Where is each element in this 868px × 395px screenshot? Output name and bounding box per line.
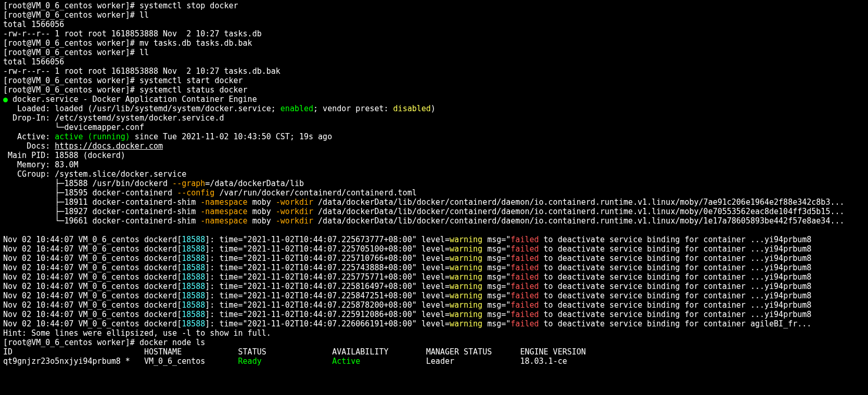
terminal-line: Nov 02 10:44:07 VM_0_6_centos dockerd[18… bbox=[3, 254, 865, 263]
failed-text: failed bbox=[510, 291, 539, 300]
terminal-line: [root@VM_0_6_centos worker]# systemctl s… bbox=[3, 76, 865, 85]
command-text: systemctl status docker bbox=[139, 85, 248, 95]
terminal-line: Nov 02 10:44:07 VM_0_6_centos dockerd[18… bbox=[3, 272, 865, 282]
level-text: warning bbox=[450, 254, 482, 263]
terminal-line: Nov 02 10:44:07 VM_0_6_centos dockerd[18… bbox=[3, 235, 865, 244]
terminal-line: Nov 02 10:44:07 VM_0_6_centos dockerd[18… bbox=[3, 291, 865, 300]
command-text: ll bbox=[139, 48, 149, 57]
level-text: warning bbox=[450, 300, 482, 310]
level-text: warning bbox=[450, 319, 482, 328]
pid-text: 18588 bbox=[182, 310, 205, 319]
terminal-line: Nov 02 10:44:07 VM_0_6_centos dockerd[18… bbox=[3, 300, 865, 310]
failed-text: failed bbox=[510, 263, 539, 272]
level-text: warning bbox=[450, 291, 482, 300]
command-text: mv tasks.db tasks.db.bak bbox=[139, 38, 252, 48]
level-text: warning bbox=[450, 244, 482, 254]
terminal-line: ├─18927 docker-containerd-shim -namespac… bbox=[3, 207, 865, 216]
terminal-line: Nov 02 10:44:07 VM_0_6_centos dockerd[18… bbox=[3, 310, 865, 319]
blank-line bbox=[3, 226, 865, 235]
flag-text: -workdir bbox=[276, 216, 313, 226]
terminal-line: Nov 02 10:44:07 VM_0_6_centos dockerd[18… bbox=[3, 244, 865, 254]
terminal-line: [root@VM_0_6_centos worker]# ll bbox=[3, 10, 865, 20]
terminal-line: Main PID: 18588 (dockerd) bbox=[3, 151, 865, 160]
terminal-line: Hint: Some lines were ellipsized, use -l… bbox=[3, 328, 865, 338]
pid-text: 18588 bbox=[182, 291, 205, 300]
status-dot-icon: ● bbox=[3, 95, 8, 104]
failed-text: failed bbox=[510, 310, 539, 319]
terminal-line: -rw-r--r-- 1 root root 1618853888 Nov 2 … bbox=[3, 29, 865, 38]
failed-text: failed bbox=[510, 282, 539, 291]
terminal-line: Nov 02 10:44:07 VM_0_6_centos dockerd[18… bbox=[3, 319, 865, 328]
command-text: docker node ls bbox=[139, 338, 205, 347]
failed-text: failed bbox=[510, 300, 539, 310]
terminal-line: [root@VM_0_6_centos worker]# systemctl s… bbox=[3, 1, 865, 10]
terminal-line: Active: active (running) since Tue 2021-… bbox=[3, 132, 865, 141]
terminal-line: └─19661 docker-containerd-shim -namespac… bbox=[3, 216, 865, 226]
terminal-line: total 1566056 bbox=[3, 57, 865, 67]
terminal-line: total 1566056 bbox=[3, 20, 865, 29]
command-text: systemctl start docker bbox=[139, 76, 243, 85]
active-text: active (running) bbox=[55, 132, 130, 141]
level-text: warning bbox=[450, 282, 482, 291]
terminal-line: ID HOSTNAME STATUS AVAILABILITY MANAGER … bbox=[3, 347, 865, 357]
pid-text: 18588 bbox=[182, 244, 205, 254]
level-text: warning bbox=[450, 310, 482, 319]
terminal-line: ├─18911 docker-containerd-shim -namespac… bbox=[3, 198, 865, 207]
failed-text: failed bbox=[510, 272, 539, 282]
terminal-line: ● docker.service - Docker Application Co… bbox=[3, 95, 865, 104]
pid-text: 18588 bbox=[182, 282, 205, 291]
terminal-line: ├─18588 /usr/bin/dockerd --graph=/data/d… bbox=[3, 179, 865, 188]
flag-text: -namespace bbox=[200, 207, 247, 216]
failed-text: failed bbox=[510, 319, 539, 328]
terminal-line: -rw-r--r-- 1 root root 1618853888 Nov 2 … bbox=[3, 67, 865, 76]
terminal-line: Loaded: loaded (/usr/lib/systemd/system/… bbox=[3, 104, 865, 113]
terminal-line: [root@VM_0_6_centos worker]# systemctl s… bbox=[3, 85, 865, 95]
flag-text: -workdir bbox=[276, 207, 313, 216]
flag-text: -namespace bbox=[200, 216, 247, 226]
node-avail: Active bbox=[332, 357, 426, 366]
flag-text: -workdir bbox=[276, 198, 313, 207]
terminal-line: [root@VM_0_6_centos worker]# ll bbox=[3, 48, 865, 57]
enabled-text: enabled bbox=[280, 104, 313, 113]
command-text: systemctl stop docker bbox=[139, 1, 238, 10]
terminal-line: [root@VM_0_6_centos worker]# mv tasks.db… bbox=[3, 38, 865, 48]
pid-text: 18588 bbox=[182, 272, 205, 282]
flag-text: --config bbox=[177, 188, 214, 198]
terminal-line: Drop-In: /etc/systemd/system/docker.serv… bbox=[3, 113, 865, 123]
terminal-line: └─devicemapper.conf bbox=[3, 123, 865, 132]
node-status: Ready bbox=[238, 357, 333, 366]
pid-text: 18588 bbox=[182, 263, 205, 272]
disabled-text: disabled bbox=[393, 104, 431, 113]
level-text: warning bbox=[450, 263, 482, 272]
pid-text: 18588 bbox=[182, 319, 205, 328]
pid-text: 18588 bbox=[182, 300, 205, 310]
pid-text: 18588 bbox=[182, 235, 205, 244]
failed-text: failed bbox=[510, 244, 539, 254]
flag-text: --graph bbox=[172, 179, 205, 188]
pid-text: 18588 bbox=[182, 254, 205, 263]
terminal-line: Nov 02 10:44:07 VM_0_6_centos dockerd[18… bbox=[3, 282, 865, 291]
failed-text: failed bbox=[510, 254, 539, 263]
command-text: ll bbox=[139, 10, 149, 20]
terminal-line: Docs: https://docs.docker.com bbox=[3, 141, 865, 151]
terminal-line: qt9gnjzr23o5nxjyi94prbum8 * VM_0_6_cento… bbox=[3, 357, 865, 366]
level-text: warning bbox=[450, 272, 482, 282]
terminal-line: CGroup: /system.slice/docker.service bbox=[3, 169, 865, 179]
failed-text: failed bbox=[510, 235, 539, 244]
terminal-line: [root@VM_0_6_centos worker]# docker node… bbox=[3, 338, 865, 347]
flag-text: -namespace bbox=[200, 198, 247, 207]
terminal[interactable]: [root@VM_0_6_centos worker]# systemctl s… bbox=[0, 0, 868, 366]
docs-link[interactable]: https://docs.docker.com bbox=[55, 141, 163, 151]
terminal-line: Memory: 83.0M bbox=[3, 160, 865, 169]
level-text: warning bbox=[450, 235, 482, 244]
terminal-line: Nov 02 10:44:07 VM_0_6_centos dockerd[18… bbox=[3, 263, 865, 272]
terminal-line: ├─18595 docker-containerd --config /var/… bbox=[3, 188, 865, 198]
